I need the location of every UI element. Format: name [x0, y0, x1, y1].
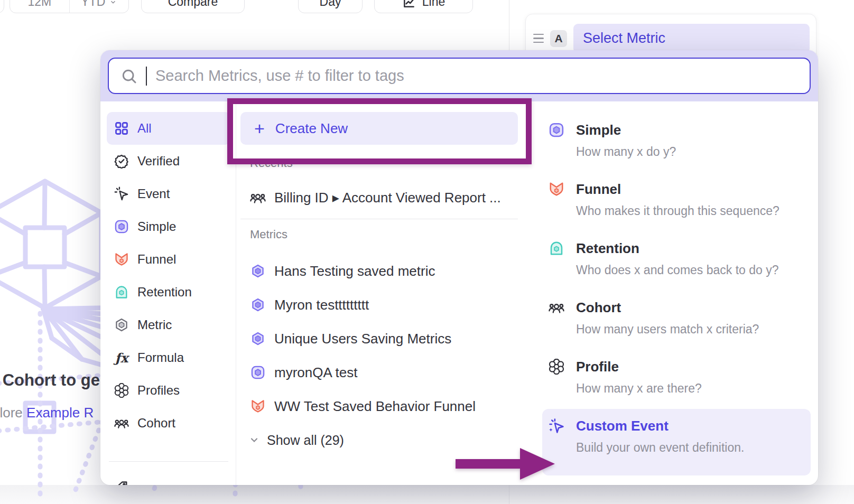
compare-button[interactable]: Compare — [141, 0, 245, 13]
cohort-people-icon — [114, 416, 129, 431]
chevron-down-icon — [109, 0, 117, 9]
type-retention[interactable]: Retention Who does x and comes back to d… — [542, 231, 811, 291]
background-subtext-fragment: xplore Example R — [0, 405, 94, 421]
simple-metric-icon — [250, 365, 266, 380]
metrics-label: Metrics — [240, 228, 518, 241]
funnel-icon — [250, 398, 266, 414]
recent-item[interactable]: Billing ID ▸ Account Viewed Report ... — [240, 181, 518, 214]
metric-hexagon-icon — [114, 318, 129, 332]
sidebar-item-partial[interactable] — [107, 471, 230, 485]
sidebar-item-formula[interactable]: ƒx Formula — [107, 341, 230, 374]
date-range-group: 12M YTD — [10, 0, 129, 13]
day-button[interactable]: Day — [298, 0, 363, 13]
search-band — [100, 50, 818, 101]
series-a-badge: A — [550, 30, 567, 47]
chevron-down-icon — [249, 435, 259, 445]
metric-list-item[interactable]: myronQA test — [240, 356, 518, 389]
filter-sidebar: All Verified Event — [100, 101, 236, 485]
range-12m-button[interactable]: 12M — [10, 0, 69, 13]
toolbar-edge-fragment — [0, 0, 4, 13]
verified-badge-icon — [114, 154, 129, 169]
search-icon — [120, 68, 137, 85]
background-heading-fragment: r Cohort to ge — [0, 371, 100, 390]
cohort-people-icon — [549, 300, 564, 315]
custom-event-cursor-icon — [549, 418, 564, 434]
type-cohort[interactable]: Cohort How many users match x criteria? — [542, 291, 811, 350]
sidebar-item-verified[interactable]: Verified — [107, 145, 230, 178]
type-profile[interactable]: Profile How many x are there? — [542, 350, 811, 409]
profiles-flower-icon — [549, 359, 564, 375]
drag-handle-icon[interactable] — [533, 34, 544, 43]
sidebar-divider — [109, 461, 228, 462]
search-box[interactable] — [108, 58, 811, 94]
cohort-people-icon — [250, 190, 266, 206]
sidebar-item-retention[interactable]: Retention — [107, 276, 230, 309]
grid-icon — [114, 121, 129, 136]
range-ytd-button[interactable]: YTD — [69, 0, 129, 13]
type-simple[interactable]: Simple How many x do y? — [542, 113, 811, 172]
line-chart-button[interactable]: Line — [374, 0, 473, 13]
sidebar-item-profiles[interactable]: Profiles — [107, 374, 230, 407]
annotation-highlight-box — [227, 98, 532, 164]
funnel-icon — [549, 181, 564, 197]
metric-types-column: Simple How many x do y? Funnel Who makes… — [540, 101, 818, 485]
search-input[interactable] — [155, 67, 798, 85]
retention-icon — [549, 240, 564, 256]
line-chart-icon — [402, 0, 416, 9]
sidebar-item-funnel[interactable]: Funnel — [107, 243, 230, 276]
tag-icon — [114, 480, 129, 485]
metric-list-item[interactable]: Myron testtttttttt — [240, 288, 518, 322]
page: 12M YTD Compare Day Line A Select Metric — [0, 0, 854, 504]
profiles-flower-icon — [114, 383, 129, 398]
metric-list-item[interactable]: WW Test Saved Behavior Funnel — [240, 389, 518, 423]
metric-list-item[interactable]: Unique Users Saving Metrics — [240, 322, 518, 356]
saved-metric-icon — [250, 263, 266, 279]
sidebar-item-cohort[interactable]: Cohort — [107, 407, 230, 440]
sidebar-item-all[interactable]: All — [107, 112, 230, 145]
example-link-fragment[interactable]: Example R — [26, 405, 94, 421]
middle-divider — [240, 219, 518, 219]
formula-icon: ƒx — [114, 350, 129, 365]
event-cursor-icon — [114, 186, 129, 201]
sidebar-item-simple[interactable]: Simple — [107, 210, 230, 243]
sidebar-item-event[interactable]: Event — [107, 178, 230, 210]
annotation-arrow — [456, 445, 556, 483]
saved-metric-icon — [250, 297, 266, 313]
select-metric-field[interactable]: Select Metric — [573, 24, 810, 53]
simple-metric-icon — [549, 122, 564, 138]
retention-icon — [114, 285, 129, 300]
text-caret — [146, 67, 147, 86]
metric-list-item[interactable]: Hans Testing saved metric — [240, 254, 518, 288]
sidebar-item-metric[interactable]: Metric — [107, 309, 230, 341]
saved-metric-icon — [250, 331, 266, 347]
simple-metric-icon — [114, 219, 129, 234]
type-funnel[interactable]: Funnel Who makes it through this sequenc… — [542, 172, 811, 231]
funnel-icon — [114, 252, 129, 267]
type-custom-event[interactable]: Custom Event Build your own event defini… — [542, 409, 811, 475]
